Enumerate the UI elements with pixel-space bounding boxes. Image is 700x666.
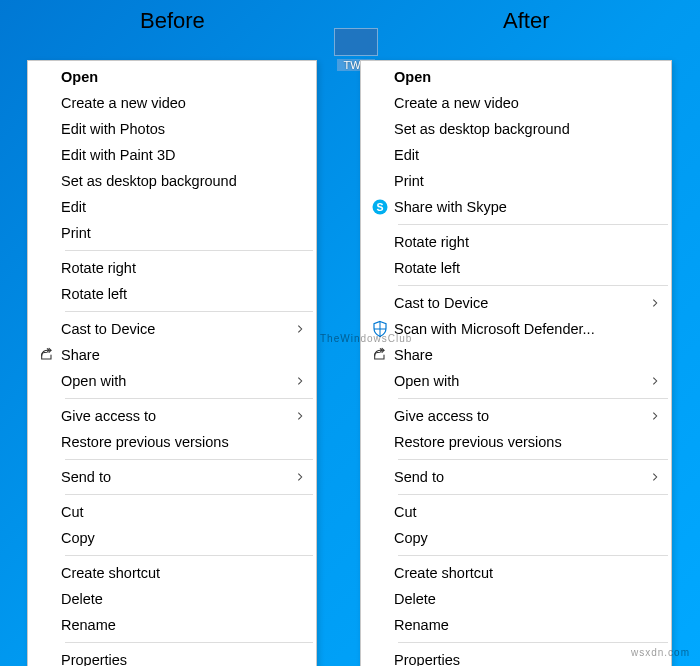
menu-item-label: Rename (61, 617, 291, 633)
separator (398, 494, 668, 495)
menu-item-label: Create shortcut (61, 565, 291, 581)
watermark-bottom: wsxdn.com (631, 647, 690, 658)
menu-item-label: Print (61, 225, 291, 241)
menu-item-open[interactable]: Open (29, 64, 315, 90)
menu-item-label: Create a new video (394, 95, 646, 111)
menu-item-label: Delete (394, 591, 646, 607)
skype-icon: S (366, 198, 394, 216)
heading-after: After (503, 8, 549, 34)
separator (65, 250, 313, 251)
svg-text:S: S (376, 201, 383, 213)
menu-item-label: Share (61, 347, 291, 363)
menu-item-print[interactable]: Print (362, 168, 670, 194)
menu-item-label: Cast to Device (394, 295, 646, 311)
menu-item-set-desktop-bg[interactable]: Set as desktop background (362, 116, 670, 142)
menu-item-properties[interactable]: Properties (362, 647, 670, 666)
menu-item-label: Copy (61, 530, 291, 546)
separator (65, 494, 313, 495)
menu-item-rotate-left[interactable]: Rotate left (29, 281, 315, 307)
menu-item-copy[interactable]: Copy (362, 525, 670, 551)
menu-item-send-to[interactable]: Send to (29, 464, 315, 490)
context-menu-before: OpenCreate a new videoEdit with PhotosEd… (27, 60, 317, 666)
menu-item-label: Properties (394, 652, 646, 666)
menu-item-label: Share with Skype (394, 199, 646, 215)
menu-item-set-desktop-bg[interactable]: Set as desktop background (29, 168, 315, 194)
menu-item-label: Rotate right (61, 260, 291, 276)
chevron-right-icon (646, 472, 660, 482)
menu-item-label: Open with (61, 373, 291, 389)
separator (398, 224, 668, 225)
menu-item-restore-previous[interactable]: Restore previous versions (29, 429, 315, 455)
menu-item-label: Edit with Paint 3D (61, 147, 291, 163)
separator (65, 642, 313, 643)
menu-item-edit[interactable]: Edit (362, 142, 670, 168)
watermark-mid: TheWindowsClub (320, 333, 412, 344)
context-menu-after: OpenCreate a new videoSet as desktop bac… (360, 60, 672, 666)
menu-item-create-shortcut[interactable]: Create shortcut (362, 560, 670, 586)
menu-item-label: Rename (394, 617, 646, 633)
menu-item-open[interactable]: Open (362, 64, 670, 90)
heading-before: Before (140, 8, 205, 34)
menu-item-rename[interactable]: Rename (29, 612, 315, 638)
menu-item-restore-previous[interactable]: Restore previous versions (362, 429, 670, 455)
menu-item-label: Create a new video (61, 95, 291, 111)
menu-item-delete[interactable]: Delete (362, 586, 670, 612)
separator (398, 642, 668, 643)
menu-item-copy[interactable]: Copy (29, 525, 315, 551)
chevron-right-icon (646, 376, 660, 386)
menu-item-edit-with-photos[interactable]: Edit with Photos (29, 116, 315, 142)
menu-item-cut[interactable]: Cut (362, 499, 670, 525)
menu-item-give-access-to[interactable]: Give access to (29, 403, 315, 429)
menu-item-rename[interactable]: Rename (362, 612, 670, 638)
menu-item-share-skype[interactable]: SShare with Skype (362, 194, 670, 220)
menu-item-label: Rotate left (394, 260, 646, 276)
separator (398, 398, 668, 399)
menu-item-share[interactable]: Share (29, 342, 315, 368)
menu-item-cast-to-device[interactable]: Cast to Device (29, 316, 315, 342)
menu-item-send-to[interactable]: Send to (362, 464, 670, 490)
menu-item-edit[interactable]: Edit (29, 194, 315, 220)
chevron-right-icon (291, 324, 305, 334)
menu-item-label: Create shortcut (394, 565, 646, 581)
menu-item-label: Open with (394, 373, 646, 389)
menu-item-label: Edit with Photos (61, 121, 291, 137)
menu-item-give-access-to[interactable]: Give access to (362, 403, 670, 429)
menu-item-create-new-video[interactable]: Create a new video (29, 90, 315, 116)
separator (398, 555, 668, 556)
menu-item-label: Restore previous versions (61, 434, 291, 450)
menu-item-label: Cut (394, 504, 646, 520)
chevron-right-icon (291, 376, 305, 386)
menu-item-label: Set as desktop background (394, 121, 646, 137)
separator (398, 459, 668, 460)
menu-item-label: Cut (61, 504, 291, 520)
chevron-right-icon (291, 411, 305, 421)
menu-item-label: Edit (394, 147, 646, 163)
menu-item-share[interactable]: Share (362, 342, 670, 368)
separator (398, 285, 668, 286)
menu-item-cast-to-device[interactable]: Cast to Device (362, 290, 670, 316)
menu-item-create-new-video[interactable]: Create a new video (362, 90, 670, 116)
menu-item-properties[interactable]: Properties (29, 647, 315, 666)
menu-item-create-shortcut[interactable]: Create shortcut (29, 560, 315, 586)
menu-item-label: Set as desktop background (61, 173, 291, 189)
menu-item-delete[interactable]: Delete (29, 586, 315, 612)
menu-item-edit-with-paint3d[interactable]: Edit with Paint 3D (29, 142, 315, 168)
menu-item-open-with[interactable]: Open with (362, 368, 670, 394)
menu-item-cut[interactable]: Cut (29, 499, 315, 525)
menu-item-label: Edit (61, 199, 291, 215)
chevron-right-icon (646, 411, 660, 421)
menu-item-open-with[interactable]: Open with (29, 368, 315, 394)
share-icon (366, 347, 394, 363)
menu-item-label: Open (61, 69, 291, 85)
menu-item-label: Give access to (394, 408, 646, 424)
chevron-right-icon (646, 298, 660, 308)
menu-item-rotate-right[interactable]: Rotate right (29, 255, 315, 281)
menu-item-label: Open (394, 69, 646, 85)
menu-item-rotate-left[interactable]: Rotate left (362, 255, 670, 281)
menu-item-label: Rotate right (394, 234, 646, 250)
menu-item-rotate-right[interactable]: Rotate right (362, 229, 670, 255)
menu-item-label: Scan with Microsoft Defender... (394, 321, 646, 337)
separator (65, 555, 313, 556)
menu-item-label: Send to (394, 469, 646, 485)
menu-item-print[interactable]: Print (29, 220, 315, 246)
